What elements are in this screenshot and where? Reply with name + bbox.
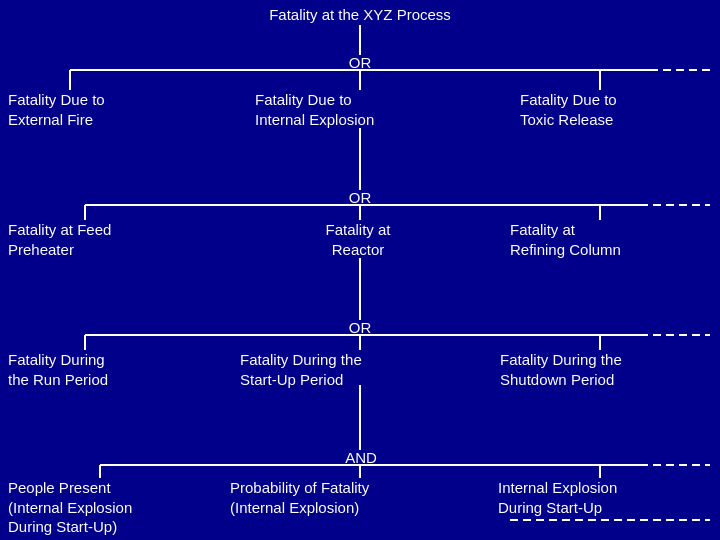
node-run-period: Fatality Duringthe Run Period xyxy=(8,350,183,389)
node-people-present: People Present(Internal ExplosionDuring … xyxy=(8,478,203,537)
node-startup-period: Fatality During theStart-Up Period xyxy=(240,350,440,389)
node-internal-explosion-startup: Internal ExplosionDuring Start-Up xyxy=(498,478,713,517)
node-shutdown-period: Fatality During theShutdown Period xyxy=(500,350,715,389)
gate-or-2: OR xyxy=(340,189,380,206)
gate-or-1: OR xyxy=(340,54,380,71)
node-toxic-release: Fatality Due toToxic Release xyxy=(520,90,710,129)
fault-tree-diagram: Fatality at the XYZ Process OR Fatality … xyxy=(0,0,720,540)
node-refining-column: Fatality atRefining Column xyxy=(510,220,710,259)
gate-and-4: AND xyxy=(340,449,382,466)
node-prob-fatality: Probability of Fatality(Internal Explosi… xyxy=(230,478,450,517)
tree-title: Fatality at the XYZ Process xyxy=(180,5,540,25)
gate-or-3: OR xyxy=(340,319,380,336)
node-feed-preheater: Fatality at FeedPreheater xyxy=(8,220,183,259)
node-internal-explosion: Fatality Due toInternal Explosion xyxy=(255,90,465,129)
node-reactor: Fatality atReactor xyxy=(278,220,438,259)
node-external-fire: Fatality Due toExternal Fire xyxy=(8,90,163,129)
